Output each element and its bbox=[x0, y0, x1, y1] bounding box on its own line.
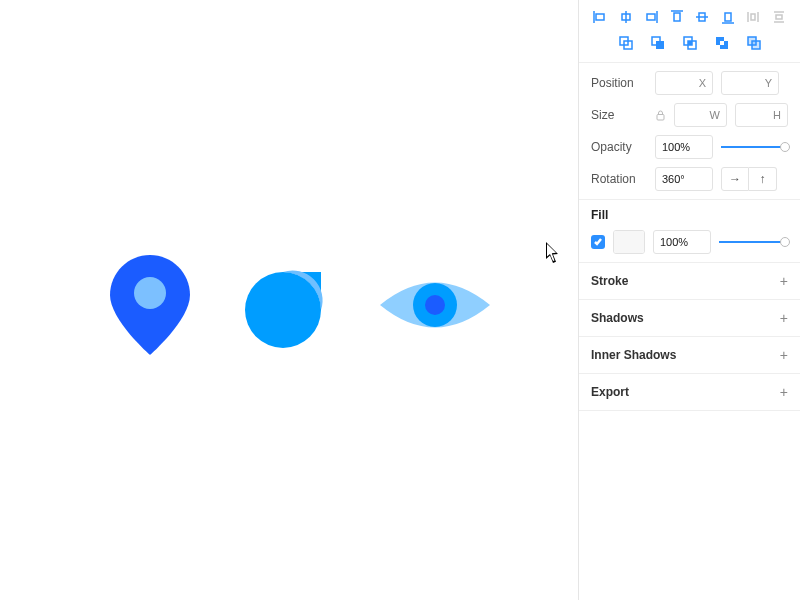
distribute-v-icon bbox=[770, 8, 788, 26]
distribute-h-icon bbox=[744, 8, 762, 26]
canvas-shape-pin[interactable] bbox=[110, 255, 190, 355]
opacity-slider[interactable] bbox=[721, 135, 788, 159]
flip-horizontal-button[interactable]: → bbox=[721, 167, 749, 191]
canvas-shape-blob[interactable] bbox=[240, 255, 335, 350]
flip-vertical-button[interactable]: ↑ bbox=[749, 167, 777, 191]
export-section-title: Export bbox=[591, 385, 629, 399]
svg-rect-7 bbox=[656, 41, 664, 49]
bool-union-icon[interactable] bbox=[617, 34, 635, 52]
stroke-section-title: Stroke bbox=[591, 274, 628, 288]
position-x-field[interactable]: X bbox=[655, 71, 713, 95]
svg-point-3 bbox=[425, 295, 445, 315]
align-top-icon[interactable] bbox=[668, 8, 686, 26]
fill-color-swatch[interactable] bbox=[613, 230, 645, 254]
position-label: Position bbox=[591, 76, 647, 90]
inner-shadows-section-header[interactable]: Inner Shadows + bbox=[579, 337, 800, 374]
align-left-icon[interactable] bbox=[591, 8, 609, 26]
position-y-field[interactable]: Y bbox=[721, 71, 779, 95]
add-stroke-button[interactable]: + bbox=[780, 273, 788, 289]
inner-shadows-section-title: Inner Shadows bbox=[591, 348, 676, 362]
lock-aspect-icon[interactable] bbox=[655, 110, 666, 121]
inspector-panel: Position X Y Size W H Opacity 100% R bbox=[578, 0, 800, 600]
shadows-section-title: Shadows bbox=[591, 311, 644, 325]
bool-intersect-icon[interactable] bbox=[681, 34, 699, 52]
svg-rect-15 bbox=[752, 41, 760, 49]
rotation-field[interactable]: 360° bbox=[655, 167, 713, 191]
svg-rect-13 bbox=[720, 41, 724, 45]
align-bottom-icon[interactable] bbox=[719, 8, 737, 26]
fill-section-title: Fill bbox=[591, 208, 608, 222]
bool-difference-icon[interactable] bbox=[713, 34, 731, 52]
align-hcenter-icon[interactable] bbox=[617, 8, 635, 26]
svg-rect-16 bbox=[657, 114, 664, 120]
size-w-field[interactable]: W bbox=[674, 103, 727, 127]
bool-flatten-icon[interactable] bbox=[745, 34, 763, 52]
opacity-field[interactable]: 100% bbox=[655, 135, 713, 159]
size-h-field[interactable]: H bbox=[735, 103, 788, 127]
cursor-pointer-icon bbox=[546, 242, 562, 264]
opacity-label: Opacity bbox=[591, 140, 647, 154]
align-right-icon[interactable] bbox=[642, 8, 660, 26]
add-shadow-button[interactable]: + bbox=[780, 310, 788, 326]
canvas[interactable] bbox=[0, 0, 578, 600]
bool-subtract-icon[interactable] bbox=[649, 34, 667, 52]
export-section-header[interactable]: Export + bbox=[579, 374, 800, 411]
boolean-ops-row bbox=[579, 30, 800, 63]
fill-opacity-field[interactable]: 100% bbox=[653, 230, 711, 254]
svg-point-0 bbox=[134, 277, 166, 309]
geometry-section: Position X Y Size W H Opacity 100% R bbox=[579, 63, 800, 200]
stroke-section-header[interactable]: Stroke + bbox=[579, 263, 800, 300]
fill-opacity-slider[interactable] bbox=[719, 230, 788, 254]
align-vcenter-icon[interactable] bbox=[693, 8, 711, 26]
fill-section: Fill 100% bbox=[579, 200, 800, 263]
shadows-section-header[interactable]: Shadows + bbox=[579, 300, 800, 337]
fill-enabled-checkbox[interactable] bbox=[591, 235, 605, 249]
add-inner-shadow-button[interactable]: + bbox=[780, 347, 788, 363]
rotation-label: Rotation bbox=[591, 172, 647, 186]
add-export-button[interactable]: + bbox=[780, 384, 788, 400]
svg-rect-10 bbox=[688, 41, 692, 45]
alignment-row bbox=[579, 0, 800, 30]
svg-point-1 bbox=[245, 272, 321, 348]
size-label: Size bbox=[591, 108, 647, 122]
canvas-shape-eye[interactable] bbox=[380, 270, 490, 340]
